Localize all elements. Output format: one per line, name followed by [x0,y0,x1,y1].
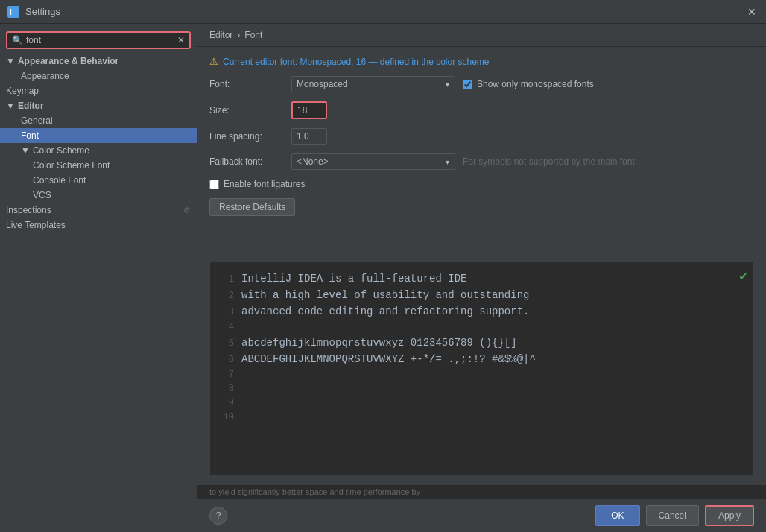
preview-line: 4 [219,320,744,335]
warning-icon: ⚠ [209,56,218,67]
preview-line: 9 [219,396,744,411]
ligatures-row: Enable font ligatures [209,179,754,189]
line-spacing-input[interactable] [291,128,327,145]
preview-line: 10 [219,411,744,425]
show-monospaced-label: Show only monospaced fonts [477,79,594,89]
app-icon: I [7,6,19,18]
fallback-select[interactable]: <None> [291,153,455,170]
size-row: Size: [209,101,754,119]
sidebar-item-appearance-behavior[interactable]: ▼ Appearance & Behavior [0,54,197,69]
fallback-label: Fallback font: [209,156,284,167]
ligatures-label: Enable font ligatures [224,179,305,189]
show-monospaced-row: Show only monospaced fonts [463,79,594,89]
breadcrumb: Editor › Font [197,24,766,47]
sidebar: 🔍 ✕ ▼ Appearance & Behavior Appearance K… [0,24,197,532]
search-icon: 🔍 [12,35,23,45]
font-label: Font: [209,79,284,89]
fallback-select-wrapper: <None> [291,153,455,170]
right-panel: Editor › Font ⚠ Current editor font: Mon… [197,24,766,532]
search-input[interactable] [26,35,174,45]
sidebar-item-inspections[interactable]: Inspections ⚙ [0,203,197,218]
preview-line: 5 abcdefghijklmnopqrstuvwxyz 0123456789 … [219,335,744,351]
restore-defaults-row: Restore Defaults [209,198,754,216]
size-label: Size: [209,105,284,115]
show-monospaced-checkbox[interactable] [463,80,472,89]
chevron-down-icon: ▼ [6,56,15,66]
line-spacing-row: Line spacing: [209,128,754,145]
status-bar: to yield significantly better space and … [197,484,766,498]
main-content: 🔍 ✕ ▼ Appearance & Behavior Appearance K… [0,24,766,532]
font-select-wrapper: Monospaced Consolas Courier New JetBrain… [291,76,455,92]
help-button[interactable]: ? [209,507,227,525]
checkmark-icon: ✔ [739,267,747,284]
editor-content: ⚠ Current editor font: Monospaced, 16 — … [197,47,766,261]
fallback-font-row: Fallback font: <None> For symbols not su… [209,153,754,170]
sidebar-item-live-templates[interactable]: Live Templates [0,218,197,232]
dialog-buttons: ? OK Cancel Apply [197,498,766,532]
ligatures-checkbox[interactable] [209,180,219,189]
fallback-note: For symbols not supported by the main fo… [463,156,635,167]
size-input[interactable] [291,101,327,119]
preview-line: 3 advanced code editing and refactoring … [219,303,744,320]
breadcrumb-separator: › [237,30,240,40]
restore-defaults-button[interactable]: Restore Defaults [209,198,295,216]
btn-group: OK Cancel Apply [595,505,754,526]
cancel-button[interactable]: Cancel [646,505,699,526]
status-text: to yield significantly better space and … [209,487,420,496]
settings-icon: ⚙ [183,206,191,215]
breadcrumb-parent: Editor [209,30,232,40]
preview-area: 1 IntelliJ IDEA is a full-featured IDE 2… [209,261,754,476]
sidebar-item-vcs[interactable]: VCS [0,188,197,203]
sidebar-item-console-font[interactable]: Console Font [0,173,197,188]
search-clear-icon[interactable]: ✕ [177,35,185,45]
preview-line: 2 with a high level of usability and out… [219,287,744,303]
title-bar: I Settings ✕ [0,0,766,24]
preview-line: 1 IntelliJ IDEA is a full-featured IDE [219,270,744,287]
preview-line: 8 [219,382,744,396]
search-box: 🔍 ✕ [6,31,191,49]
info-message: Current editor font: Monospaced, 16 — de… [223,57,490,67]
sidebar-item-color-scheme-font[interactable]: Color Scheme Font [0,158,197,173]
preview-line: 7 [219,368,744,382]
settings-window: I Settings ✕ 🔍 ✕ ▼ Appearance & Behavior… [0,0,766,532]
sidebar-item-font[interactable]: Font [0,128,197,143]
info-bar: ⚠ Current editor font: Monospaced, 16 — … [209,56,754,67]
close-button[interactable]: ✕ [745,5,759,19]
sidebar-item-appearance[interactable]: Appearance [0,69,197,83]
font-row: Font: Monospaced Consolas Courier New Je… [209,76,754,92]
chevron-down-icon: ▼ [21,145,30,156]
preview-line: 6 ABCDEFGHIJKLMNOPQRSTUVWXYZ +-*/= .,;:!… [219,351,744,367]
sidebar-item-general[interactable]: General [0,113,197,128]
font-select[interactable]: Monospaced Consolas Courier New JetBrain… [291,76,455,92]
breadcrumb-current: Font [244,30,262,40]
line-spacing-label: Line spacing: [209,131,284,142]
preview-lines: 1 IntelliJ IDEA is a full-featured IDE 2… [219,270,744,425]
sidebar-item-keymap[interactable]: Keymap [0,83,197,98]
sidebar-item-color-scheme[interactable]: ▼ Color Scheme [0,143,197,158]
ok-button[interactable]: OK [595,505,639,526]
apply-button[interactable]: Apply [705,505,754,526]
chevron-down-icon: ▼ [6,101,15,111]
svg-text:I: I [10,8,12,16]
window-title: Settings [25,6,60,17]
sidebar-item-editor[interactable]: ▼ Editor [0,98,197,113]
